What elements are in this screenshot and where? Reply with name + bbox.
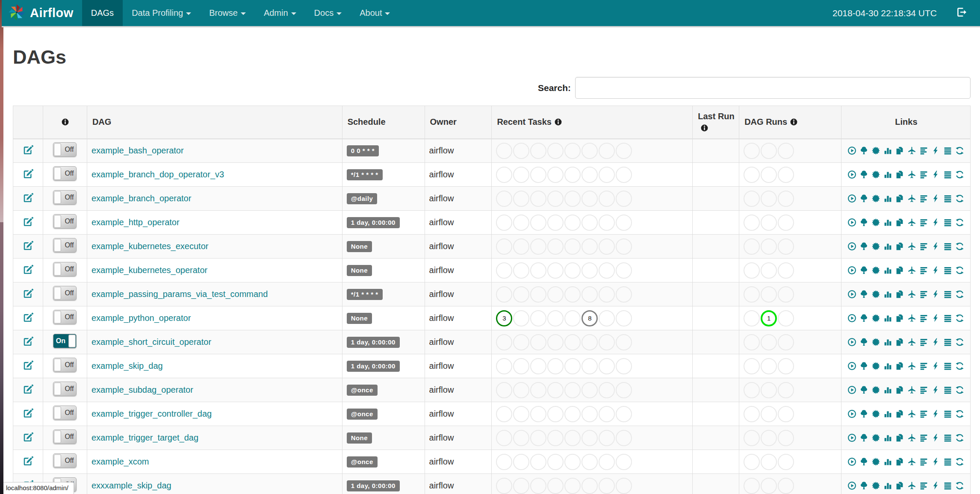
- gantt-view-icon[interactable]: [919, 385, 928, 394]
- code-view-icon[interactable]: [931, 385, 940, 394]
- dag-pause-toggle-off[interactable]: Off: [53, 453, 77, 468]
- trigger-dag-icon[interactable]: [847, 457, 856, 466]
- task-tries-icon[interactable]: [895, 170, 904, 179]
- dag-link[interactable]: example_branch_operator: [92, 194, 192, 203]
- dag-details-icon[interactable]: [943, 481, 952, 490]
- refresh-icon[interactable]: [955, 481, 964, 490]
- task-tries-icon[interactable]: [895, 314, 904, 323]
- tree-view-icon[interactable]: [859, 362, 868, 370]
- tree-view-icon[interactable]: [859, 314, 868, 323]
- dag-link[interactable]: example_http_operator: [92, 218, 180, 227]
- refresh-icon[interactable]: [955, 433, 964, 442]
- dag-link[interactable]: example_trigger_target_dag: [92, 433, 198, 442]
- dag-link[interactable]: example_kubernetes_operator: [92, 265, 207, 275]
- task-tries-icon[interactable]: [895, 290, 904, 299]
- tree-view-icon[interactable]: [859, 266, 868, 275]
- trigger-dag-icon[interactable]: [847, 433, 856, 442]
- edit-dag-pencil-icon[interactable]: [22, 312, 34, 323]
- graph-view-icon[interactable]: [871, 170, 880, 179]
- task-duration-icon[interactable]: [883, 266, 892, 275]
- gantt-view-icon[interactable]: [919, 409, 928, 418]
- refresh-icon[interactable]: [955, 290, 964, 299]
- trigger-dag-icon[interactable]: [847, 338, 856, 347]
- edit-dag-pencil-icon[interactable]: [22, 455, 34, 467]
- dag-pause-toggle-off[interactable]: Off: [53, 166, 77, 181]
- dag-pause-toggle-off[interactable]: Off: [53, 382, 77, 396]
- refresh-icon[interactable]: [955, 146, 964, 155]
- recent-task-circle-6-queued[interactable]: 8: [582, 310, 598, 326]
- task-duration-icon[interactable]: [883, 218, 892, 227]
- dag-link[interactable]: example_subdag_operator: [92, 385, 193, 394]
- code-view-icon[interactable]: [931, 170, 940, 179]
- dag-pause-toggle-on[interactable]: On: [53, 334, 77, 348]
- refresh-icon[interactable]: [955, 338, 964, 347]
- code-view-icon[interactable]: [931, 433, 940, 442]
- landing-times-icon[interactable]: [907, 314, 916, 323]
- refresh-icon[interactable]: [955, 218, 964, 227]
- task-duration-icon[interactable]: [883, 385, 892, 394]
- task-duration-icon[interactable]: [883, 433, 892, 442]
- trigger-dag-icon[interactable]: [847, 362, 856, 370]
- edit-dag-pencil-icon[interactable]: [22, 144, 34, 156]
- dag-details-icon[interactable]: [943, 409, 952, 418]
- nav-item-admin[interactable]: Admin: [255, 0, 305, 26]
- landing-times-icon[interactable]: [907, 290, 916, 299]
- graph-view-icon[interactable]: [871, 290, 880, 299]
- edit-dag-pencil-icon[interactable]: [22, 264, 34, 275]
- refresh-icon[interactable]: [955, 314, 964, 323]
- dag-details-icon[interactable]: [943, 433, 952, 442]
- task-duration-icon[interactable]: [883, 146, 892, 155]
- tree-view-icon[interactable]: [859, 409, 868, 418]
- tree-view-icon[interactable]: [859, 338, 868, 347]
- refresh-icon[interactable]: [955, 170, 964, 179]
- dag-link[interactable]: example_kubernetes_executor: [92, 241, 209, 251]
- dag-details-icon[interactable]: [943, 362, 952, 370]
- tree-view-icon[interactable]: [859, 290, 868, 299]
- code-view-icon[interactable]: [931, 481, 940, 490]
- gantt-view-icon[interactable]: [919, 362, 928, 370]
- dag-link[interactable]: example_short_circuit_operator: [92, 337, 211, 347]
- airflow-brand[interactable]: Airflow: [2, 0, 82, 26]
- dag-pause-toggle-off[interactable]: Off: [53, 406, 77, 420]
- trigger-dag-icon[interactable]: [847, 409, 856, 418]
- dag-details-icon[interactable]: [943, 218, 952, 227]
- tree-view-icon[interactable]: [859, 218, 868, 227]
- trigger-dag-icon[interactable]: [847, 218, 856, 227]
- trigger-dag-icon[interactable]: [847, 170, 856, 179]
- dag-details-icon[interactable]: [943, 170, 952, 179]
- dag-details-icon[interactable]: [943, 385, 952, 394]
- dag-details-icon[interactable]: [943, 242, 952, 251]
- graph-view-icon[interactable]: [871, 457, 880, 466]
- graph-view-icon[interactable]: [871, 242, 880, 251]
- gantt-view-icon[interactable]: [919, 457, 928, 466]
- graph-view-icon[interactable]: [871, 146, 880, 155]
- code-view-icon[interactable]: [931, 266, 940, 275]
- edit-dag-pencil-icon[interactable]: [22, 240, 34, 251]
- dag-details-icon[interactable]: [943, 457, 952, 466]
- task-duration-icon[interactable]: [883, 170, 892, 179]
- dag-pause-toggle-off[interactable]: Off: [53, 429, 77, 444]
- edit-dag-pencil-icon[interactable]: [22, 288, 34, 299]
- tree-view-icon[interactable]: [859, 481, 868, 490]
- task-duration-icon[interactable]: [883, 290, 892, 299]
- dag-link[interactable]: example_bash_operator: [92, 146, 184, 155]
- graph-view-icon[interactable]: [871, 481, 880, 490]
- task-duration-icon[interactable]: [883, 409, 892, 418]
- landing-times-icon[interactable]: [907, 385, 916, 394]
- gantt-view-icon[interactable]: [919, 242, 928, 251]
- dag-link[interactable]: example_skip_dag: [92, 361, 163, 370]
- trigger-dag-icon[interactable]: [847, 146, 856, 155]
- tree-view-icon[interactable]: [859, 242, 868, 251]
- refresh-icon[interactable]: [955, 385, 964, 394]
- landing-times-icon[interactable]: [907, 266, 916, 275]
- dag-details-icon[interactable]: [943, 314, 952, 323]
- code-view-icon[interactable]: [931, 242, 940, 251]
- gantt-view-icon[interactable]: [919, 433, 928, 442]
- graph-view-icon[interactable]: [871, 266, 880, 275]
- task-tries-icon[interactable]: [895, 433, 904, 442]
- code-view-icon[interactable]: [931, 314, 940, 323]
- task-duration-icon[interactable]: [883, 481, 892, 490]
- task-tries-icon[interactable]: [895, 218, 904, 227]
- refresh-icon[interactable]: [955, 362, 964, 370]
- gantt-view-icon[interactable]: [919, 481, 928, 490]
